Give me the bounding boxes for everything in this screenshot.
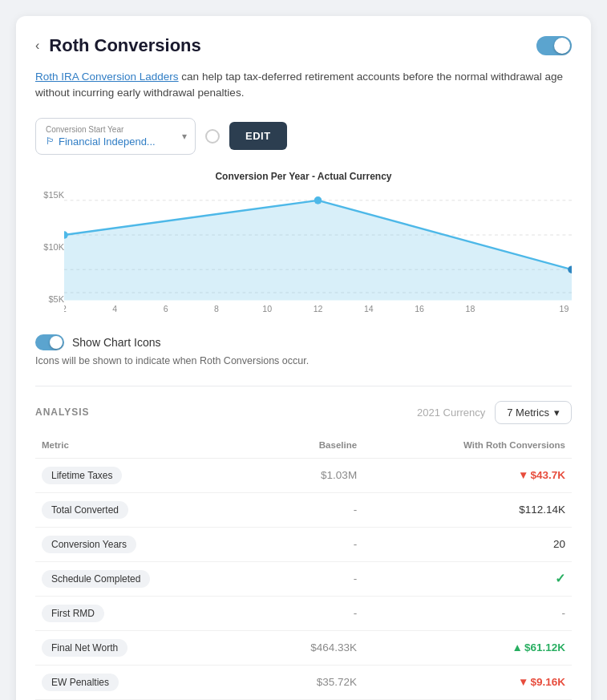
svg-text:12: 12: [314, 303, 323, 313]
table-row: EW Penalties$35.72K▼$9.16K: [35, 665, 572, 699]
svg-text:14: 14: [364, 303, 374, 313]
positive-value: ▲$61.12K: [512, 641, 565, 653]
table-row: Total Converted-$112.14K: [35, 492, 572, 527]
analysis-right: 2021 Currency 7 Metrics ▾: [417, 401, 572, 424]
select-value: 🏳 Financial Independ...: [46, 136, 166, 148]
metric-cell: Final Net Worth: [35, 630, 256, 665]
select-label: Conversion Start Year: [46, 125, 166, 134]
col-metric: Metric: [35, 435, 256, 459]
svg-text:19: 19: [560, 303, 569, 313]
with-roth-cell: ✓: [363, 561, 572, 596]
header: ‹ Roth Conversions: [35, 35, 572, 56]
col-with-roth: With Roth Conversions: [363, 435, 572, 459]
page-title: Roth Conversions: [49, 35, 527, 56]
chevron-down-icon: ▾: [554, 407, 560, 419]
table-row: Schedule Completed-✓: [35, 561, 572, 596]
currency-label: 2021 Currency: [417, 407, 485, 419]
table-row: Conversion Years-20: [35, 527, 572, 561]
with-roth-cell: ▼$9.16K: [363, 665, 572, 699]
table-row: Lifetime Taxes$1.03M▼$43.7K: [35, 458, 572, 492]
y-label-10k: $10K: [35, 242, 64, 252]
y-label-15k: $15K: [35, 190, 64, 200]
metric-cell: EW Penalties: [35, 665, 256, 699]
metric-cell: First RMD: [35, 596, 256, 630]
show-chart-label: Show Chart Icons: [72, 336, 161, 349]
baseline-cell: $1.03M: [256, 458, 363, 492]
chart-container: Conversion Per Year - Actual Currency $1…: [35, 171, 572, 322]
metric-cell: Conversion Years: [35, 527, 256, 561]
negative-value: ▼$43.7K: [518, 469, 565, 481]
baseline-cell: -: [256, 527, 363, 561]
description-text: Roth IRA Conversion Ladders can help tap…: [35, 69, 572, 102]
baseline-cell: $464.33K: [256, 630, 363, 665]
arrow-down-icon: ▼: [518, 676, 528, 688]
analysis-label: ANALYSIS: [35, 407, 90, 418]
controls-row: Conversion Start Year 🏳 Financial Indepe…: [35, 118, 572, 155]
edit-button[interactable]: EDIT: [229, 122, 287, 150]
metric-badge: Schedule Completed: [42, 570, 150, 588]
show-chart-toggle[interactable]: [35, 334, 64, 350]
y-label-5k: $5K: [35, 294, 64, 304]
metric-badge: EW Penalties: [42, 674, 119, 691]
table-row: Final Net Worth$464.33K▲$61.12K: [35, 630, 572, 665]
baseline-cell: -: [256, 561, 363, 596]
metric-badge: Conversion Years: [42, 536, 136, 553]
metrics-table: Metric Baseline With Roth Conversions Li…: [35, 435, 572, 700]
show-chart-row: Show Chart Icons: [35, 334, 572, 350]
svg-text:10: 10: [262, 303, 272, 313]
roth-ira-link[interactable]: Roth IRA Conversion Ladders: [35, 71, 179, 83]
metrics-button[interactable]: 7 Metrics ▾: [495, 401, 572, 424]
svg-text:16: 16: [415, 303, 424, 313]
svg-text:6: 6: [164, 303, 168, 313]
with-roth-cell: 20: [363, 527, 572, 561]
baseline-cell: -: [256, 596, 363, 630]
col-baseline: Baseline: [256, 435, 363, 459]
svg-point-6: [314, 196, 322, 204]
flag-icon: 🏳: [46, 136, 55, 147]
main-toggle[interactable]: [536, 36, 572, 55]
baseline-cell: -: [256, 492, 363, 527]
baseline-cell: $35.72K: [256, 665, 363, 699]
main-card: ‹ Roth Conversions Roth IRA Conversion L…: [16, 16, 591, 700]
svg-text:2: 2: [64, 303, 67, 313]
arrow-down-icon: ▼: [518, 469, 528, 481]
chevron-down-icon: ▾: [182, 131, 187, 142]
with-roth-cell: -: [363, 596, 572, 630]
metric-badge: Total Converted: [42, 501, 128, 519]
divider: [35, 386, 572, 386]
chart-svg: 2 4 6 8 10 12 14 16 18 19: [64, 190, 572, 318]
metric-cell: Total Converted: [35, 492, 256, 527]
metric-cell: Schedule Completed: [35, 561, 256, 596]
table-row: First RMD--: [35, 596, 572, 630]
analysis-header: ANALYSIS 2021 Currency 7 Metrics ▾: [35, 401, 572, 424]
with-roth-cell: $112.14K: [363, 492, 572, 527]
chart-title: Conversion Per Year - Actual Currency: [35, 171, 572, 182]
svg-text:18: 18: [466, 303, 475, 313]
svg-text:8: 8: [214, 303, 219, 313]
svg-marker-4: [64, 200, 572, 300]
with-roth-cell: ▲$61.12K: [363, 630, 572, 665]
table-header-row: Metric Baseline With Roth Conversions: [35, 435, 572, 459]
with-roth-cell: ▼$43.7K: [363, 458, 572, 492]
back-button[interactable]: ‹: [35, 38, 39, 53]
conversion-start-year-select[interactable]: Conversion Start Year 🏳 Financial Indepe…: [35, 118, 196, 155]
radio-button[interactable]: [205, 129, 220, 144]
metric-badge: First RMD: [42, 605, 104, 622]
negative-value: ▼$9.16K: [518, 676, 565, 688]
metric-badge: Final Net Worth: [42, 639, 127, 657]
icons-description: Icons will be shown to indicate when Rot…: [35, 355, 572, 366]
metric-cell: Lifetime Taxes: [35, 458, 256, 492]
arrow-up-icon: ▲: [512, 641, 523, 653]
metric-badge: Lifetime Taxes: [42, 467, 122, 484]
checkmark-icon: ✓: [555, 572, 565, 585]
svg-text:4: 4: [112, 303, 117, 313]
